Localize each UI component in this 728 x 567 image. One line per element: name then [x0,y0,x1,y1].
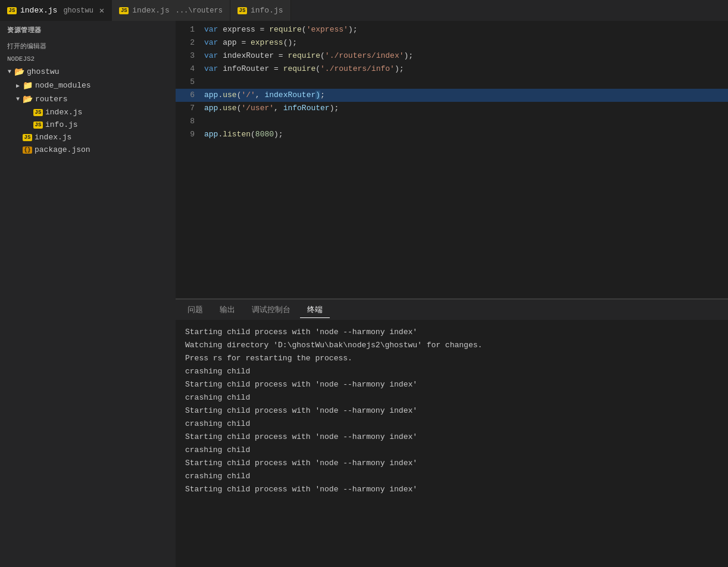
code-editor[interactable]: 1var express = require('express'); 2var … [176,21,728,298]
tab-icon-tab1: JS [7,7,17,14]
terminal-tab-terminal[interactable]: 终端 [300,302,330,318]
line-number-6: 6 [176,89,204,102]
tree-item-routers[interactable]: ▼📂routers [0,92,176,106]
terminal-line: crashing child [185,470,718,483]
code-content-6: app.use('/', indexRouter); [204,89,728,102]
code-line-6: 6app.use('/', indexRouter); [176,89,728,102]
line-number-8: 8 [176,115,204,128]
file-icon-index_js: JS [23,134,32,141]
terminal-line: Starting child process with 'node --harm… [185,404,718,418]
terminal-line: Starting child process with 'node --harm… [185,457,718,470]
tab-subtitle-tab2: ...\routers [176,7,223,15]
code-content-9: app.listen(8080); [204,128,728,141]
terminal-tab-debug[interactable]: 调试控制台 [245,302,298,317]
line-number-1: 1 [176,23,204,36]
line-number-3: 3 [176,49,204,63]
tree-item-routers_index[interactable]: JSindex.js [0,106,176,119]
tree-item-label-routers_info: info.js [45,120,78,129]
tree-item-label-ghostwu: ghostwu [27,67,60,76]
tab-icon-tab3: JS [238,7,247,14]
chevron-icon-routers: ▼ [13,96,23,102]
file-tree: ▼📂ghostwu▶📁node_modules▼📂routersJSindex.… [0,65,176,156]
code-line-8: 8 [176,115,728,128]
terminal-tab-output[interactable]: 输出 [213,302,242,317]
open-editors-section[interactable]: 打开的编辑器 [0,39,176,53]
code-content-4: var infoRouter = require('./routers/info… [204,63,728,76]
tree-item-label-node_modules: node_modules [35,81,91,90]
chevron-icon-ghostwu: ▼ [5,68,14,75]
file-icon-routers_index: JS [33,109,43,116]
terminal-line: crashing child [185,418,718,431]
code-content-8 [204,115,728,128]
tree-item-label-package_json: package.json [35,145,90,154]
sidebar: 资源管理器 打开的编辑器 NODEJS2 ▼📂ghostwu▶📁node_mod… [0,21,176,567]
code-line-9: 9app.listen(8080); [176,128,728,141]
tab-tab3[interactable]: JSinfo.js [230,0,291,21]
terminal-tabs: 问题输出调试控制台终端 [176,299,728,320]
folder-icon-node_modules: 📁 [23,80,33,91]
code-content-5 [204,76,728,89]
terminal-line: crashing child [185,444,718,457]
line-number-7: 7 [176,102,204,115]
chevron-icon-node_modules: ▶ [13,82,23,89]
tree-item-ghostwu[interactable]: ▼📂ghostwu [0,65,176,79]
line-number-2: 2 [176,36,204,49]
terminal-line: Press rs for restarting the process. [185,352,718,365]
file-icon-routers_info: JS [33,122,43,129]
tree-item-label-routers: routers [35,95,68,104]
terminal-line: Starting child process with 'node --harm… [185,378,718,391]
tab-icon-tab2: JS [119,7,129,14]
code-line-3: 3var indexRouter = require('./routers/in… [176,49,728,63]
code-line-4: 4var infoRouter = require('./routers/inf… [176,63,728,76]
tab-tab2[interactable]: JSindex.js...\routers [112,0,230,21]
tab-label-tab2: index.js [132,6,169,15]
content-pane: 1var express = require('express'); 2var … [176,21,728,567]
code-line-1: 1var express = require('express'); [176,23,728,36]
tree-item-package_json[interactable]: {}package.json [0,144,176,156]
line-number-4: 4 [176,63,204,76]
tree-item-label-index_js: index.js [35,133,71,142]
code-content-2: var app = express(); [204,36,728,49]
folder-icon-routers: 📂 [23,94,33,104]
terminal-line: Starting child process with 'node --harm… [185,326,718,339]
tab-subtitle-tab1: ghostwu [63,7,93,15]
terminal-area: 问题输出调试控制台终端 Starting child process with … [176,299,728,567]
code-content-7: app.use('/user', infoRouter); [204,102,728,115]
terminal-line: Starting child process with 'node --harm… [185,483,718,496]
tab-close-tab1[interactable]: ✕ [99,5,104,15]
terminal-line: Starting child process with 'node --harm… [185,431,718,444]
tab-label-tab3: info.js [251,6,283,15]
code-line-5: 5 [176,76,728,89]
code-content-3: var indexRouter = require('./routers/ind… [204,49,728,63]
terminal-line: Watching directory 'D:\ghostWu\bak\nodej… [185,339,718,352]
tab-bar: JSindex.jsghostwu✕JSindex.js...\routersJ… [0,0,728,21]
tree-item-routers_info[interactable]: JSinfo.js [0,119,176,131]
project-section[interactable]: NODEJS2 [0,53,176,65]
sidebar-title: 资源管理器 [0,21,176,39]
tab-label-tab1: index.js [20,6,57,15]
code-line-2: 2var app = express(); [176,36,728,49]
code-line-7: 7app.use('/user', infoRouter); [176,102,728,115]
terminal-tab-problems[interactable]: 问题 [180,302,210,317]
tab-tab1[interactable]: JSindex.jsghostwu✕ [0,0,112,21]
terminal-line: crashing child [185,391,718,404]
tree-item-index_js[interactable]: JSindex.js [0,131,176,144]
main-area: 资源管理器 打开的编辑器 NODEJS2 ▼📂ghostwu▶📁node_mod… [0,21,728,567]
terminal-line: crashing child [185,365,718,378]
code-content-1: var express = require('express'); [204,23,728,36]
folder-icon-ghostwu: 📂 [14,67,24,77]
file-icon-package_json: {} [23,147,32,154]
terminal-content[interactable]: Starting child process with 'node --harm… [176,320,728,567]
tree-item-node_modules[interactable]: ▶📁node_modules [0,79,176,92]
line-number-9: 9 [176,128,204,141]
tree-item-label-routers_index: index.js [45,108,82,117]
line-number-5: 5 [176,76,204,89]
